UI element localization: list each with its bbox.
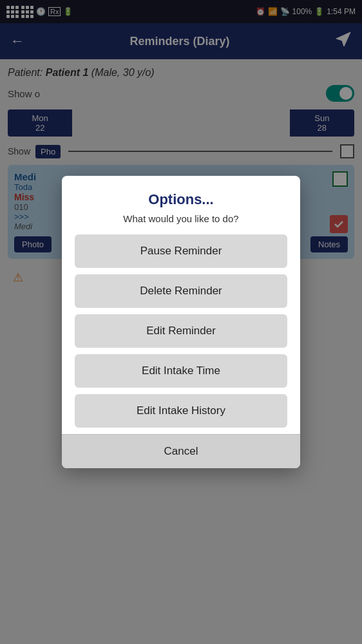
- options-dialog: Options... What would you like to do? Pa…: [62, 176, 300, 468]
- edit-reminder-button[interactable]: Edit Reminder: [75, 314, 287, 348]
- modal-overlay: Options... What would you like to do? Pa…: [0, 0, 362, 644]
- dialog-subtitle: What would you like to do?: [75, 213, 287, 224]
- dialog-footer: Cancel: [62, 434, 300, 468]
- cancel-button[interactable]: Cancel: [62, 434, 300, 468]
- pause-reminder-button[interactable]: Pause Reminder: [75, 234, 287, 268]
- edit-intake-history-button[interactable]: Edit Intake History: [75, 394, 287, 428]
- edit-intake-time-button[interactable]: Edit Intake Time: [75, 354, 287, 388]
- delete-reminder-button[interactable]: Delete Reminder: [75, 274, 287, 308]
- dialog-title: Options...: [75, 191, 287, 208]
